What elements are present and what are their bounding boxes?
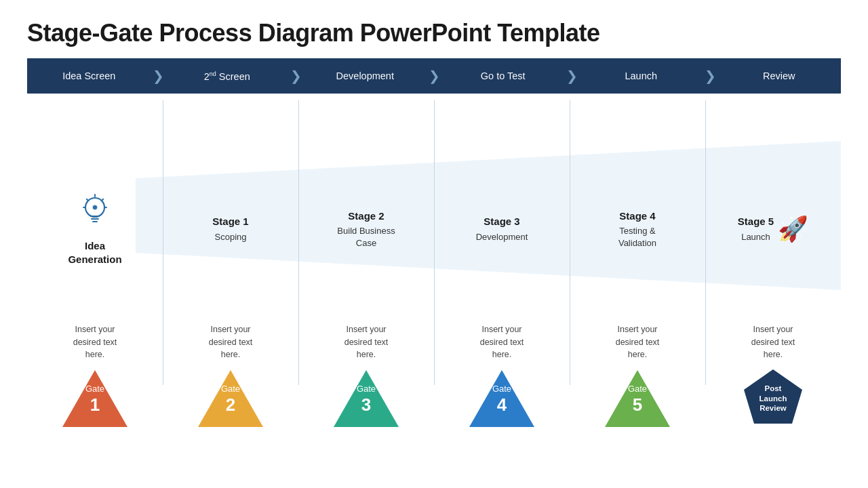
stage-3-title: Stage 3 <box>484 215 519 228</box>
svg-line-5 <box>87 199 88 201</box>
stage-4-col: Stage 4 Testing &Validation <box>570 114 705 344</box>
post-launch-text: PostLaunchReview <box>760 384 787 414</box>
gate-3-col: Gate 3 <box>298 365 434 432</box>
post-launch-review: PostLaunchReview <box>743 368 804 429</box>
nav-item-development[interactable]: Development <box>303 58 427 94</box>
gate-3: Gate 3 <box>332 368 400 429</box>
nav-bar: Idea Screen ❯ 2nd Screen ❯ Development ❯… <box>27 58 841 94</box>
gate-3-text: Gate 3 <box>357 382 376 415</box>
idea-generation-label: IdeaGeneration <box>68 239 121 266</box>
stage-5-title: Stage 5 <box>738 215 774 228</box>
insert-col-2: Insert yourdesired texthere. <box>298 323 434 361</box>
rocket-icon: 🚀 <box>778 215 808 243</box>
stage-5-content: Stage 5 Launch <box>738 215 774 243</box>
lightbulb-icon <box>77 192 113 234</box>
post-launch-col: PostLaunchReview <box>705 365 841 432</box>
stage-3-subtitle: Development <box>476 231 528 243</box>
insert-text-row: Insert yourdesired texthere. Insert your… <box>27 323 841 361</box>
stage-5-col: Stage 5 Launch 🚀 <box>705 114 841 344</box>
stage-4-title: Stage 4 <box>619 209 655 223</box>
gates-row: Gate 1 Gate 2 <box>27 365 841 432</box>
stage-1-title: Stage 1 <box>212 215 248 228</box>
gate-1-text: Gate 1 <box>85 382 104 415</box>
idea-generation-col: IdeaGeneration <box>27 114 163 344</box>
nav-item-go-to-test[interactable]: Go to Test <box>441 58 566 94</box>
nav-sep-3: ❯ <box>427 58 441 94</box>
nav-item-review[interactable]: Review <box>717 58 842 94</box>
stages-row: IdeaGeneration Stage 1 Scoping Stage 2 B… <box>27 114 841 344</box>
insert-col-4: Insert yourdesired texthere. <box>570 323 705 361</box>
gate-4-text: Gate 4 <box>492 382 511 415</box>
stage-4-subtitle: Testing &Validation <box>618 225 656 249</box>
insert-col-1: Insert yourdesired texthere. <box>163 323 298 361</box>
insert-col-3: Insert yourdesired texthere. <box>434 323 570 361</box>
nav-sep-5: ❯ <box>703 58 717 94</box>
gate-1: Gate 1 <box>61 368 129 429</box>
gate-2-text: Gate 2 <box>221 382 240 415</box>
stage-5-row: Stage 5 Launch 🚀 <box>738 215 808 243</box>
gate-4-col: Gate 4 <box>434 365 570 432</box>
page-title: Stage-Gate Process Diagram PowerPoint Te… <box>0 0 868 58</box>
nav-item-2nd-screen[interactable]: 2nd Screen <box>165 58 290 94</box>
svg-point-7 <box>93 205 97 209</box>
stage-2-subtitle: Build BusinessCase <box>337 225 395 249</box>
gate-4: Gate 4 <box>468 368 536 429</box>
gate-1-col: Gate 1 <box>27 365 163 432</box>
stage-2-title: Stage 2 <box>348 209 384 223</box>
svg-line-6 <box>102 199 103 201</box>
nav-sep-2: ❯ <box>289 58 303 94</box>
insert-col-0: Insert yourdesired texthere. <box>27 323 163 361</box>
nav-sep-1: ❯ <box>151 58 165 94</box>
diagram-area: IdeaGeneration Stage 1 Scoping Stage 2 B… <box>27 100 841 432</box>
gate-2: Gate 2 <box>197 368 264 429</box>
gate-5-text: Gate 5 <box>628 382 647 415</box>
nav-item-idea-screen[interactable]: Idea Screen <box>27 58 151 94</box>
stage-3-col: Stage 3 Development <box>434 114 570 344</box>
nav-sep-4: ❯ <box>565 58 579 94</box>
stage-5-subtitle: Launch <box>738 231 774 243</box>
stage-1-subtitle: Scoping <box>215 231 247 243</box>
stage-2-col: Stage 2 Build BusinessCase <box>298 114 434 344</box>
gate-2-col: Gate 2 <box>163 365 298 432</box>
nav-item-launch[interactable]: Launch <box>579 58 703 94</box>
gate-5-col: Gate 5 <box>570 365 705 432</box>
stage-1-col: Stage 1 Scoping <box>163 114 298 344</box>
insert-col-5: Insert yourdesired texthere. <box>705 323 841 361</box>
gate-5: Gate 5 <box>604 368 671 429</box>
